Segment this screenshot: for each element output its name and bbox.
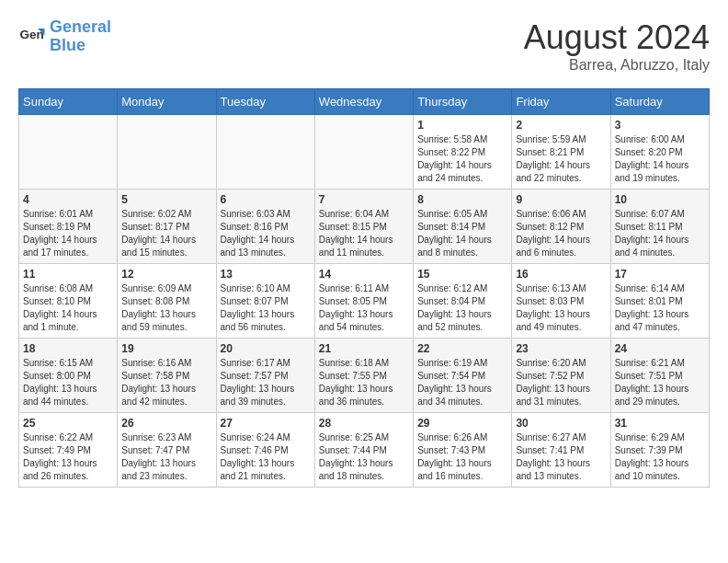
month-title: August 2024 xyxy=(524,18,710,57)
location-title: Barrea, Abruzzo, Italy xyxy=(524,57,710,74)
calendar-cell: 28Sunrise: 6:25 AMSunset: 7:44 PMDayligh… xyxy=(314,413,413,488)
day-number: 22 xyxy=(417,342,507,355)
calendar-cell: 20Sunrise: 6:17 AMSunset: 7:57 PMDayligh… xyxy=(216,339,314,413)
day-info: Sunrise: 6:05 AMSunset: 8:14 PMDaylight:… xyxy=(417,208,507,259)
day-info: Sunrise: 6:18 AMSunset: 7:55 PMDaylight:… xyxy=(319,357,409,408)
calendar-cell: 10Sunrise: 6:07 AMSunset: 8:11 PMDayligh… xyxy=(610,190,709,264)
header-thursday: Thursday xyxy=(414,89,512,115)
day-number: 28 xyxy=(319,417,409,430)
logo-icon: Gen xyxy=(18,23,46,51)
calendar-week-1: 1Sunrise: 5:58 AMSunset: 8:22 PMDaylight… xyxy=(19,115,710,190)
calendar-table: SundayMondayTuesdayWednesdayThursdayFrid… xyxy=(18,88,710,488)
day-number: 19 xyxy=(121,342,211,355)
day-number: 9 xyxy=(516,193,606,206)
header-monday: Monday xyxy=(118,89,216,115)
day-info: Sunrise: 6:27 AMSunset: 7:41 PMDaylight:… xyxy=(516,431,606,483)
calendar-cell: 29Sunrise: 6:26 AMSunset: 7:43 PMDayligh… xyxy=(414,413,512,488)
calendar-cell: 11Sunrise: 6:08 AMSunset: 8:10 PMDayligh… xyxy=(19,264,118,339)
day-number: 21 xyxy=(319,342,409,355)
calendar-cell: 26Sunrise: 6:23 AMSunset: 7:47 PMDayligh… xyxy=(118,413,216,488)
day-number: 6 xyxy=(221,193,311,206)
day-info: Sunrise: 6:13 AMSunset: 8:03 PMDaylight:… xyxy=(516,282,606,334)
day-number: 14 xyxy=(319,268,409,281)
calendar-cell: 6Sunrise: 6:03 AMSunset: 8:16 PMDaylight… xyxy=(216,190,314,264)
day-info: Sunrise: 5:59 AMSunset: 8:21 PMDaylight:… xyxy=(516,133,606,185)
day-info: Sunrise: 6:26 AMSunset: 7:43 PMDaylight:… xyxy=(417,431,507,483)
day-info: Sunrise: 6:22 AMSunset: 7:49 PMDaylight:… xyxy=(23,431,113,483)
calendar-cell: 1Sunrise: 5:58 AMSunset: 8:22 PMDaylight… xyxy=(414,115,512,190)
day-info: Sunrise: 6:04 AMSunset: 8:15 PMDaylight:… xyxy=(319,208,409,259)
calendar-cell: 24Sunrise: 6:21 AMSunset: 7:51 PMDayligh… xyxy=(610,339,709,413)
logo: Gen General Blue xyxy=(18,18,111,55)
calendar-cell: 19Sunrise: 6:16 AMSunset: 7:58 PMDayligh… xyxy=(118,339,216,413)
day-info: Sunrise: 6:14 AMSunset: 8:01 PMDaylight:… xyxy=(615,282,705,334)
day-info: Sunrise: 6:19 AMSunset: 7:54 PMDaylight:… xyxy=(417,357,507,408)
calendar-cell: 23Sunrise: 6:20 AMSunset: 7:52 PMDayligh… xyxy=(512,339,610,413)
day-info: Sunrise: 6:24 AMSunset: 7:46 PMDaylight:… xyxy=(221,431,311,483)
calendar-cell: 2Sunrise: 5:59 AMSunset: 8:21 PMDaylight… xyxy=(512,115,610,190)
day-number: 24 xyxy=(615,342,705,355)
day-number: 18 xyxy=(23,342,113,355)
day-info: Sunrise: 6:07 AMSunset: 8:11 PMDaylight:… xyxy=(615,208,705,259)
calendar-cell: 17Sunrise: 6:14 AMSunset: 8:01 PMDayligh… xyxy=(610,264,709,339)
day-number: 3 xyxy=(615,119,705,132)
title-block: August 2024 Barrea, Abruzzo, Italy xyxy=(524,18,710,74)
calendar-cell: 5Sunrise: 6:02 AMSunset: 8:17 PMDaylight… xyxy=(118,190,216,264)
day-number: 10 xyxy=(615,193,705,206)
day-number: 16 xyxy=(516,268,606,281)
day-info: Sunrise: 6:29 AMSunset: 7:39 PMDaylight:… xyxy=(615,431,705,483)
day-info: Sunrise: 6:06 AMSunset: 8:12 PMDaylight:… xyxy=(516,208,606,259)
calendar-cell: 22Sunrise: 6:19 AMSunset: 7:54 PMDayligh… xyxy=(414,339,512,413)
day-number: 5 xyxy=(121,193,211,206)
calendar-week-4: 18Sunrise: 6:15 AMSunset: 8:00 PMDayligh… xyxy=(19,339,710,413)
day-info: Sunrise: 6:15 AMSunset: 8:00 PMDaylight:… xyxy=(23,357,113,408)
day-info: Sunrise: 5:58 AMSunset: 8:22 PMDaylight:… xyxy=(417,133,507,185)
day-number: 27 xyxy=(221,417,311,430)
calendar-cell xyxy=(314,115,413,190)
day-info: Sunrise: 6:11 AMSunset: 8:05 PMDaylight:… xyxy=(319,282,409,334)
day-number: 30 xyxy=(516,417,606,430)
calendar-cell xyxy=(19,115,118,190)
calendar-cell: 18Sunrise: 6:15 AMSunset: 8:00 PMDayligh… xyxy=(19,339,118,413)
day-number: 17 xyxy=(615,268,705,281)
calendar-cell xyxy=(118,115,216,190)
day-info: Sunrise: 6:21 AMSunset: 7:51 PMDaylight:… xyxy=(615,357,705,408)
day-info: Sunrise: 6:02 AMSunset: 8:17 PMDaylight:… xyxy=(121,208,211,259)
day-info: Sunrise: 6:00 AMSunset: 8:20 PMDaylight:… xyxy=(615,133,705,185)
calendar-cell: 16Sunrise: 6:13 AMSunset: 8:03 PMDayligh… xyxy=(512,264,610,339)
calendar-cell: 30Sunrise: 6:27 AMSunset: 7:41 PMDayligh… xyxy=(512,413,610,488)
day-info: Sunrise: 6:23 AMSunset: 7:47 PMDaylight:… xyxy=(121,431,211,483)
day-info: Sunrise: 6:12 AMSunset: 8:04 PMDaylight:… xyxy=(417,282,507,334)
day-number: 29 xyxy=(417,417,507,430)
calendar-cell: 4Sunrise: 6:01 AMSunset: 8:19 PMDaylight… xyxy=(19,190,118,264)
day-number: 23 xyxy=(516,342,606,355)
day-number: 31 xyxy=(615,417,705,430)
day-info: Sunrise: 6:08 AMSunset: 8:10 PMDaylight:… xyxy=(23,282,113,334)
calendar-cell: 13Sunrise: 6:10 AMSunset: 8:07 PMDayligh… xyxy=(216,264,314,339)
header-tuesday: Tuesday xyxy=(216,89,314,115)
calendar-cell xyxy=(216,115,314,190)
calendar-cell: 8Sunrise: 6:05 AMSunset: 8:14 PMDaylight… xyxy=(414,190,512,264)
day-number: 7 xyxy=(319,193,409,206)
day-number: 8 xyxy=(417,193,507,206)
calendar-cell: 9Sunrise: 6:06 AMSunset: 8:12 PMDaylight… xyxy=(512,190,610,264)
day-number: 13 xyxy=(221,268,311,281)
calendar-cell: 27Sunrise: 6:24 AMSunset: 7:46 PMDayligh… xyxy=(216,413,314,488)
header-sunday: Sunday xyxy=(19,89,118,115)
calendar-cell: 12Sunrise: 6:09 AMSunset: 8:08 PMDayligh… xyxy=(118,264,216,339)
header-friday: Friday xyxy=(512,89,610,115)
page-header: Gen General Blue August 2024 Barrea, Abr… xyxy=(18,18,710,74)
logo-text: General Blue xyxy=(50,18,111,55)
header-saturday: Saturday xyxy=(610,89,709,115)
day-number: 1 xyxy=(417,119,507,132)
day-info: Sunrise: 6:03 AMSunset: 8:16 PMDaylight:… xyxy=(221,208,311,259)
day-number: 15 xyxy=(417,268,507,281)
day-number: 20 xyxy=(221,342,311,355)
calendar-cell: 21Sunrise: 6:18 AMSunset: 7:55 PMDayligh… xyxy=(314,339,413,413)
day-number: 12 xyxy=(121,268,211,281)
calendar-cell: 31Sunrise: 6:29 AMSunset: 7:39 PMDayligh… xyxy=(610,413,709,488)
calendar-cell: 3Sunrise: 6:00 AMSunset: 8:20 PMDaylight… xyxy=(610,115,709,190)
day-info: Sunrise: 6:17 AMSunset: 7:57 PMDaylight:… xyxy=(221,357,311,408)
day-info: Sunrise: 6:20 AMSunset: 7:52 PMDaylight:… xyxy=(516,357,606,408)
day-number: 4 xyxy=(23,193,113,206)
